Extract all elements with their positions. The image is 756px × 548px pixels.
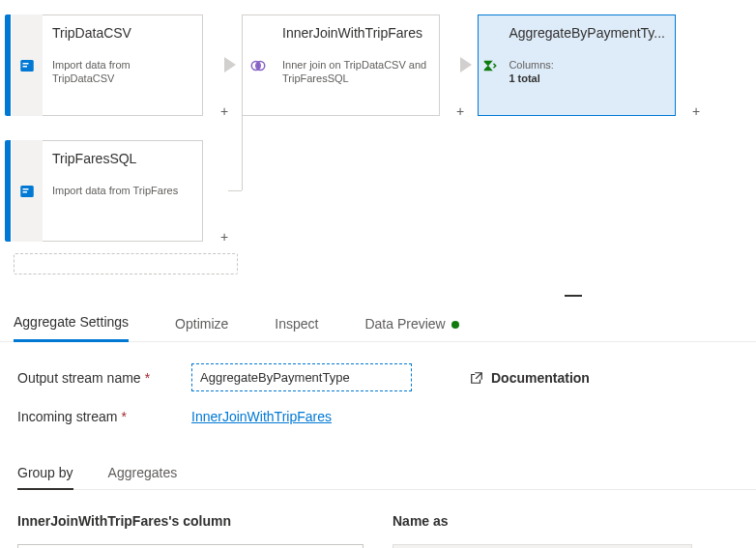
status-dot-icon [451,321,459,329]
node-accent-bar [9,14,11,116]
svg-rect-5 [23,191,28,193]
source-icon [12,14,43,116]
incoming-stream-label: Incoming stream* [17,409,191,424]
tab-data-preview[interactable]: Data Preview [364,316,458,341]
external-link-icon [470,371,483,385]
node-description: Inner join on TripDataCSV and TripFaresS… [282,58,429,86]
placeholder-box [14,253,238,274]
node-title: InnerJoinWithTripFares [282,25,429,41]
node-aggregate[interactable]: AggregateByPaymentTy... Columns: 1 total [478,14,676,116]
minimize-handle[interactable] [565,295,582,297]
add-step-button[interactable]: + [220,104,228,118]
aggregate-icon [478,14,499,116]
output-stream-input[interactable] [191,363,412,391]
connector [242,106,243,190]
documentation-link[interactable]: Documentation [470,370,590,386]
aggregate-subtabs: Group by Aggregates [17,457,756,490]
tab-optimize[interactable]: Optimize [175,316,228,341]
output-stream-label: Output stream name* [17,370,191,386]
svg-rect-1 [23,63,29,65]
column-header-source: InnerJoinWithTripFares's column [17,513,363,529]
svg-rect-2 [23,66,28,68]
tab-inspect[interactable]: Inspect [275,316,318,341]
connector-arrow [224,57,236,72]
settings-tabs: Aggregate Settings Optimize Inspect Data… [0,285,756,342]
add-step-button[interactable]: + [456,104,464,118]
nameas-input[interactable]: payment_type [393,544,692,548]
node-innerjoin[interactable]: InnerJoinWithTripFares Inner join on Tri… [242,14,440,116]
dataflow-canvas[interactable]: TripDataCSV Import data from TripDataCSV… [0,0,756,246]
source-icon [12,140,43,242]
tab-aggregate-settings[interactable]: Aggregate Settings [14,314,129,342]
node-columns-value: 1 total [509,72,665,85]
subtab-groupby[interactable]: Group by [17,457,73,490]
incoming-stream-link[interactable]: InnerJoinWithTripFares [191,409,332,424]
node-columns-label: Columns: [509,58,665,72]
subtab-aggregates[interactable]: Aggregates [108,457,178,489]
groupby-columns: InnerJoinWithTripFares's column abc paym… [0,513,756,548]
node-description: Import data from TripDataCSV [52,58,192,86]
node-description: Import data from TripFares [52,184,192,197]
tab-label: Data Preview [364,316,445,332]
documentation-label: Documentation [491,370,590,386]
node-title: TripFaresSQL [52,151,192,166]
column-header-nameas: Name as [393,513,739,529]
connector [228,190,242,191]
svg-rect-4 [23,188,29,190]
node-tripdatacsv[interactable]: TripDataCSV Import data from TripDataCSV [5,14,203,116]
node-title: TripDataCSV [52,25,192,41]
node-tripfaressql[interactable]: TripFaresSQL Import data from TripFares [5,140,203,242]
add-step-button[interactable]: + [220,230,228,244]
join-icon [242,14,273,116]
node-accent-bar [9,140,11,242]
connector-arrow [460,57,472,72]
column-select[interactable]: abc payment_type ▾ [17,544,363,548]
aggregate-settings-panel: Output stream name* Documentation Incomi… [0,342,756,451]
add-step-button[interactable]: + [692,104,700,118]
node-title: AggregateByPaymentTy... [509,25,665,41]
